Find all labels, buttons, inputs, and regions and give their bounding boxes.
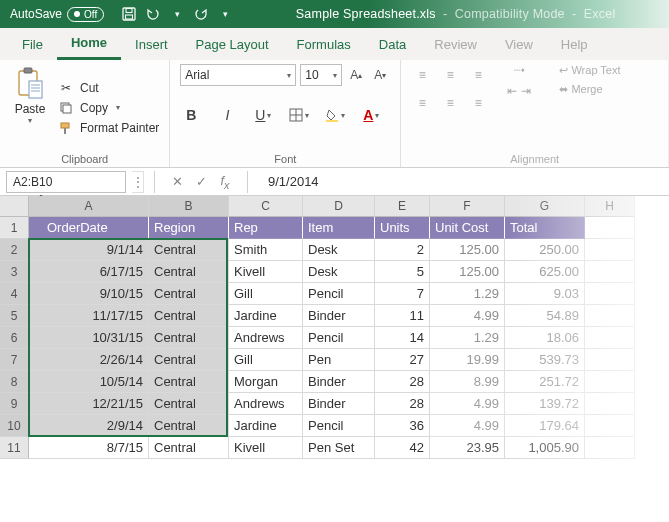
cell[interactable]: 14: [375, 327, 430, 349]
cell[interactable]: 125.00: [430, 239, 505, 261]
cell[interactable]: 5: [375, 261, 430, 283]
font-color-button[interactable]: A▾: [360, 104, 382, 126]
align-left[interactable]: ≡: [411, 92, 433, 114]
cell[interactable]: 8/7/15: [29, 437, 149, 459]
cell[interactable]: Gill: [229, 283, 303, 305]
table-header[interactable]: Total: [505, 217, 585, 239]
tab-page-layout[interactable]: Page Layout: [182, 28, 283, 60]
tab-help[interactable]: Help: [547, 28, 602, 60]
tab-home[interactable]: Home: [57, 28, 121, 60]
row-header[interactable]: 3: [0, 261, 29, 283]
col-header-C[interactable]: C: [229, 196, 303, 217]
increase-indent[interactable]: ⇥: [521, 84, 531, 98]
table-header[interactable]: Region: [149, 217, 229, 239]
cell[interactable]: 11: [375, 305, 430, 327]
table-header[interactable]: OrderDate: [29, 217, 149, 239]
cell[interactable]: 1,005.90: [505, 437, 585, 459]
cell[interactable]: 7: [375, 283, 430, 305]
format-painter-button[interactable]: Format Painter: [58, 120, 159, 136]
cell[interactable]: Central: [149, 261, 229, 283]
align-middle[interactable]: ≡: [439, 64, 461, 86]
cell[interactable]: Pen: [303, 349, 375, 371]
tab-view[interactable]: View: [491, 28, 547, 60]
align-top[interactable]: ≡: [411, 64, 433, 86]
col-header-G[interactable]: G: [505, 196, 585, 217]
cell[interactable]: [585, 305, 635, 327]
tab-data[interactable]: Data: [365, 28, 420, 60]
paste-dropdown-icon[interactable]: ▾: [28, 116, 32, 125]
row-header[interactable]: 6: [0, 327, 29, 349]
align-bottom[interactable]: ≡: [467, 64, 489, 86]
table-header[interactable]: Units: [375, 217, 430, 239]
cell[interactable]: Morgan: [229, 371, 303, 393]
cell[interactable]: Central: [149, 327, 229, 349]
cell[interactable]: Binder: [303, 371, 375, 393]
borders-button[interactable]: ▾: [288, 104, 310, 126]
cell[interactable]: 2/26/14: [29, 349, 149, 371]
cell[interactable]: Pencil: [303, 283, 375, 305]
paste-button[interactable]: [13, 64, 47, 104]
decrease-indent[interactable]: ⇤: [507, 84, 517, 98]
cell[interactable]: Kivell: [229, 261, 303, 283]
cell[interactable]: 36: [375, 415, 430, 437]
cell[interactable]: Binder: [303, 305, 375, 327]
cell[interactable]: 19.99: [430, 349, 505, 371]
cell[interactable]: 4.99: [430, 393, 505, 415]
table-header[interactable]: Item: [303, 217, 375, 239]
cell[interactable]: Binder: [303, 393, 375, 415]
chevron-down-icon[interactable]: ▾: [168, 5, 186, 23]
cell[interactable]: Pencil: [303, 327, 375, 349]
cell[interactable]: 54.89: [505, 305, 585, 327]
cell[interactable]: 625.00: [505, 261, 585, 283]
cell[interactable]: 9/1/14: [29, 239, 149, 261]
tab-formulas[interactable]: Formulas: [283, 28, 365, 60]
cell[interactable]: Central: [149, 349, 229, 371]
row-header[interactable]: 4: [0, 283, 29, 305]
col-header-A[interactable]: A: [29, 196, 149, 217]
cell[interactable]: Central: [149, 393, 229, 415]
cell[interactable]: 12/21/15: [29, 393, 149, 415]
redo-icon[interactable]: [192, 5, 210, 23]
cell[interactable]: 27: [375, 349, 430, 371]
cell[interactable]: 179.64: [505, 415, 585, 437]
align-right[interactable]: ≡: [467, 92, 489, 114]
font-name-select[interactable]: Arial▾: [180, 64, 296, 86]
cell[interactable]: [585, 437, 635, 459]
cell[interactable]: [585, 283, 635, 305]
qat-dropdown-icon[interactable]: ▾: [216, 5, 234, 23]
col-header-F[interactable]: F: [430, 196, 505, 217]
cell[interactable]: 23.95: [430, 437, 505, 459]
undo-icon[interactable]: [144, 5, 162, 23]
cell[interactable]: 10/5/14: [29, 371, 149, 393]
cell[interactable]: Central: [149, 437, 229, 459]
cell[interactable]: 139.72: [505, 393, 585, 415]
cell[interactable]: Desk: [303, 261, 375, 283]
cell[interactable]: 4.99: [430, 415, 505, 437]
cell[interactable]: 1.29: [430, 283, 505, 305]
cell[interactable]: 28: [375, 393, 430, 415]
tab-file[interactable]: File: [8, 28, 57, 60]
cell[interactable]: 250.00: [505, 239, 585, 261]
cell[interactable]: Central: [149, 239, 229, 261]
cell[interactable]: Pencil: [303, 415, 375, 437]
row-header[interactable]: 9: [0, 393, 29, 415]
row-header[interactable]: 7: [0, 349, 29, 371]
cancel-formula-icon[interactable]: ✕: [165, 171, 189, 193]
cell[interactable]: Andrews: [229, 327, 303, 349]
row-header[interactable]: 11: [0, 437, 29, 459]
col-header-E[interactable]: E: [375, 196, 430, 217]
cell[interactable]: Jardine: [229, 305, 303, 327]
cell[interactable]: 2/9/14: [29, 415, 149, 437]
cut-button[interactable]: ✂Cut: [58, 80, 159, 96]
table-header[interactable]: Rep: [229, 217, 303, 239]
increase-font-size[interactable]: A▴: [346, 65, 366, 85]
cell[interactable]: 9.03: [505, 283, 585, 305]
save-icon[interactable]: [120, 5, 138, 23]
cell[interactable]: 18.06: [505, 327, 585, 349]
cell[interactable]: Central: [149, 371, 229, 393]
wrap-text-button[interactable]: ↩ Wrap Text: [559, 64, 620, 77]
cell[interactable]: Desk: [303, 239, 375, 261]
spreadsheet-grid[interactable]: A B C D E F G H 1 2 3 4 5 6 7 8 9 10 11 …: [0, 196, 669, 459]
row-header[interactable]: 1: [0, 217, 29, 239]
select-all-corner[interactable]: [0, 196, 29, 217]
